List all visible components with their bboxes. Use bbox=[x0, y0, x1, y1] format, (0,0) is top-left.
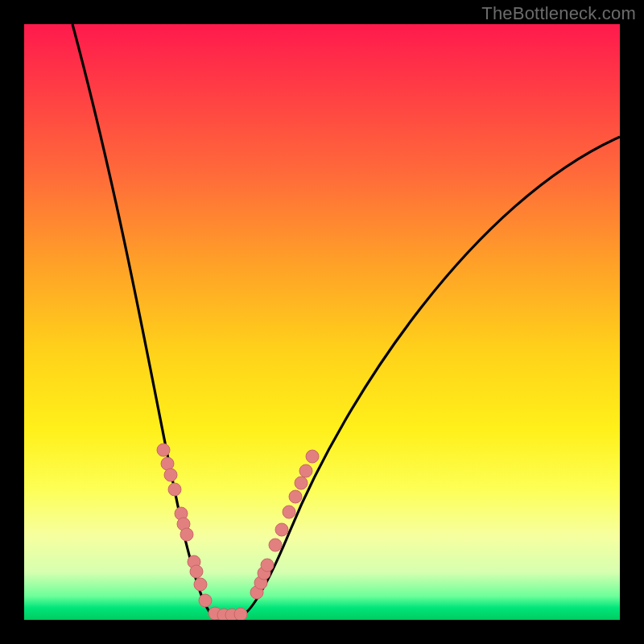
data-dot bbox=[289, 490, 302, 503]
data-dot bbox=[275, 523, 288, 536]
chart-stage: TheBottleneck.com bbox=[0, 0, 644, 644]
chart-svg bbox=[24, 24, 620, 620]
dot-layer bbox=[157, 444, 319, 620]
data-dot bbox=[194, 578, 207, 591]
data-dot bbox=[199, 594, 212, 607]
data-dot bbox=[168, 483, 181, 496]
data-dot bbox=[157, 444, 170, 456]
data-dot bbox=[295, 477, 308, 489]
data-dot bbox=[283, 506, 295, 518]
bottleneck-curve bbox=[72, 24, 620, 616]
data-dot bbox=[261, 559, 274, 572]
data-dot bbox=[306, 450, 319, 463]
data-dot bbox=[234, 608, 247, 620]
data-dot bbox=[269, 539, 282, 551]
plot-area bbox=[24, 24, 620, 620]
watermark-text: TheBottleneck.com bbox=[481, 3, 636, 24]
data-dot bbox=[190, 565, 203, 578]
data-dot bbox=[180, 528, 193, 541]
data-dot bbox=[164, 469, 177, 481]
data-dot bbox=[299, 464, 312, 477]
data-dot bbox=[161, 457, 174, 470]
